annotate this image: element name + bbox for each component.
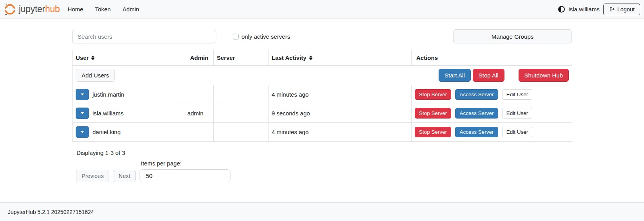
server-cell	[214, 104, 268, 123]
items-per-page-input[interactable]	[140, 169, 230, 182]
caret-down-icon	[81, 93, 84, 95]
column-header-user[interactable]: User	[73, 50, 184, 66]
user-cell: justin.martin	[73, 85, 184, 104]
user-dropdown-button[interactable]	[76, 89, 89, 100]
jupyterhub-logo[interactable]: jupyterhub	[4, 3, 60, 16]
actions-cell: Stop Server Access Server Edit User	[412, 104, 572, 123]
search-input[interactable]	[72, 30, 216, 43]
footer: JupyterHub 5.2.1 20250227151624	[0, 202, 644, 221]
current-user-label: isla.williams	[568, 6, 599, 13]
only-active-servers-label: only active servers	[241, 33, 290, 40]
column-header-last-activity[interactable]: Last Activity	[268, 50, 412, 66]
bulk-actions: Start All Stop All Shutdown Hub	[439, 69, 569, 82]
version-text: JupyterHub 5.2.1 20250227151624	[8, 209, 94, 215]
items-per-page: Items per page:	[140, 160, 230, 182]
sort-icon[interactable]	[91, 56, 94, 60]
nav-links: Home Token Admin	[67, 6, 139, 13]
column-header-admin: Admin	[184, 50, 214, 66]
user-dropdown-button[interactable]	[76, 108, 89, 119]
add-users-button[interactable]: Add Users	[76, 69, 115, 82]
access-server-button[interactable]: Access Server	[455, 108, 498, 119]
edit-user-button[interactable]: Edit User	[502, 127, 533, 137]
server-cell	[214, 123, 268, 142]
column-header-actions: Actions	[412, 50, 572, 66]
caret-down-icon	[81, 131, 84, 133]
stop-all-button[interactable]: Stop All	[473, 69, 504, 82]
table-actions-row: Add Users Start All Stop All Shutdown Hu…	[73, 66, 572, 85]
access-server-button[interactable]: Access Server	[455, 127, 498, 137]
last-activity-cell: 9 seconds ago	[268, 104, 412, 123]
theme-toggle-icon[interactable]	[558, 6, 565, 13]
pagination: Previous Next Items per page:	[76, 160, 572, 182]
logout-button[interactable]: Logout	[603, 4, 640, 15]
brand-jupyter: jupyter	[19, 4, 45, 14]
actions-cell: Stop Server Access Server Edit User	[412, 123, 572, 142]
shutdown-hub-button[interactable]: Shutdown Hub	[519, 69, 569, 82]
user-cell: daniel.king	[73, 123, 184, 142]
admin-cell	[184, 85, 214, 104]
column-header-user-label: User	[76, 54, 89, 61]
jupyter-logo-icon	[4, 3, 16, 16]
admin-cell	[184, 123, 214, 142]
logout-label: Logout	[617, 6, 635, 13]
user-cell: isla.williams	[73, 104, 184, 123]
admin-cell: admin	[184, 104, 214, 123]
nav-link-home[interactable]: Home	[67, 6, 83, 13]
username: justin.martin	[93, 91, 124, 98]
start-all-button[interactable]: Start All	[439, 69, 471, 82]
access-server-button[interactable]: Access Server	[455, 89, 498, 100]
edit-user-button[interactable]: Edit User	[502, 89, 533, 100]
displaying-summary: Displaying 1-3 of 3	[76, 149, 572, 156]
edit-user-button[interactable]: Edit User	[502, 108, 533, 119]
brand-hub: hub	[45, 4, 60, 14]
navbar: jupyterhub Home Token Admin isla.william…	[0, 0, 644, 19]
table-row: isla.williams admin 9 seconds ago Stop S…	[73, 104, 572, 123]
column-header-last-activity-label: Last Activity	[272, 54, 307, 61]
nav-link-token[interactable]: Token	[95, 6, 111, 13]
table-row: daniel.king 4 minutes ago Stop Server Ac…	[73, 123, 572, 142]
only-active-servers-filter[interactable]: only active servers	[233, 33, 290, 40]
stop-server-button[interactable]: Stop Server	[415, 89, 451, 100]
navbar-right: isla.williams Logout	[558, 4, 641, 15]
stop-server-button[interactable]: Stop Server	[415, 127, 451, 137]
sort-icon[interactable]	[309, 56, 312, 60]
toolbar: only active servers Manage Groups	[72, 29, 572, 43]
username: isla.williams	[93, 110, 123, 117]
nav-link-admin[interactable]: Admin	[122, 6, 139, 13]
server-cell	[214, 85, 268, 104]
table-header-row: User Admin Server Last Activity Actions	[73, 50, 572, 66]
users-table: User Admin Server Last Activity Actions	[72, 50, 572, 142]
username: daniel.king	[93, 129, 121, 135]
actions-cell: Stop Server Access Server Edit User	[412, 85, 572, 104]
column-header-server: Server	[214, 50, 268, 66]
main-content: only active servers Manage Groups User A…	[0, 19, 644, 202]
logout-icon	[609, 6, 615, 12]
manage-groups-button[interactable]: Manage Groups	[453, 29, 572, 43]
table-row: justin.martin 4 minutes ago Stop Server …	[73, 85, 572, 104]
stop-server-button[interactable]: Stop Server	[415, 108, 451, 119]
next-page-button[interactable]: Next	[113, 170, 136, 182]
brand-text: jupyterhub	[19, 4, 60, 14]
user-dropdown-button[interactable]	[76, 126, 89, 138]
items-per-page-label: Items per page:	[141, 160, 230, 167]
last-activity-cell: 4 minutes ago	[268, 123, 412, 142]
previous-page-button[interactable]: Previous	[76, 170, 109, 182]
last-activity-cell: 4 minutes ago	[268, 85, 412, 104]
only-active-servers-checkbox[interactable]	[233, 34, 239, 40]
caret-down-icon	[81, 112, 84, 114]
